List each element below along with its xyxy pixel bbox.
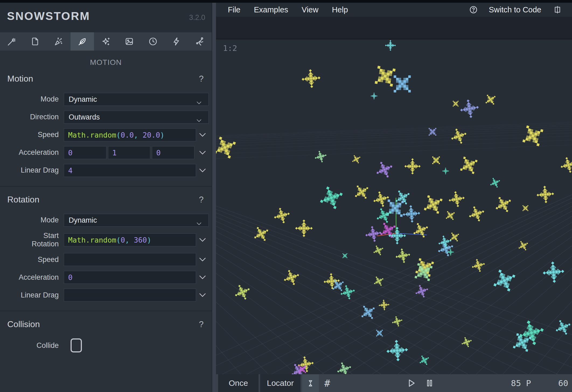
tab-file[interactable]: [23, 32, 47, 51]
row-speed: Speed: [0, 253, 209, 266]
chevron-down-icon[interactable]: [196, 293, 209, 298]
tab-general[interactable]: [0, 32, 23, 51]
row-label: Direction: [0, 113, 64, 121]
start-rotation-input[interactable]: Math.random(0, 360): [64, 233, 196, 246]
sparkles-icon: [101, 37, 111, 46]
fps-counter: 60: [558, 378, 568, 388]
sidebar-resize-divider[interactable]: [212, 3, 216, 392]
wand-icon: [7, 37, 17, 46]
switch-to-code-button[interactable]: Switch to Code: [489, 5, 541, 14]
row-label: Speed: [0, 256, 64, 264]
viewport[interactable]: 1:2: [216, 39, 572, 374]
tab-lifetime[interactable]: [141, 32, 165, 51]
chevron-down-icon[interactable]: [196, 275, 209, 280]
tab-physics[interactable]: [188, 32, 212, 51]
image-icon: [124, 37, 134, 46]
row-collide: Collide: [0, 338, 209, 352]
book-panel-icon[interactable]: [553, 5, 562, 15]
collide-checkbox[interactable]: [71, 338, 82, 352]
acceleration-input-0[interactable]: 0: [64, 146, 106, 159]
tab-appearance[interactable]: [94, 32, 117, 51]
acceleration-input[interactable]: 0: [64, 271, 196, 284]
direction-select[interactable]: Outwards: [64, 111, 209, 124]
row-control: Outwards: [64, 111, 209, 124]
tab-emission[interactable]: [47, 32, 71, 51]
menubar: FileExamplesViewHelp Switch to Code: [216, 3, 572, 17]
section-collision: Collision?Collide: [0, 311, 212, 352]
help-button[interactable]: ?: [199, 320, 204, 329]
pause-icon[interactable]: [425, 378, 434, 388]
row-label: Linear Drag: [0, 166, 64, 174]
row-label: Acceleration: [0, 273, 64, 282]
mode-select[interactable]: Dynamic: [64, 214, 209, 227]
row-control: 010: [64, 146, 209, 159]
row-control: Math.random(0, 360): [64, 233, 209, 246]
locator-button[interactable]: Locator: [260, 374, 301, 392]
row-control: Dynamic: [64, 214, 209, 227]
tab-texture[interactable]: [118, 32, 141, 51]
chevron-down-icon[interactable]: [196, 168, 209, 173]
grid-toggle-icon[interactable]: #: [324, 378, 330, 389]
row-linear-drag: Linear Drag: [0, 289, 209, 302]
app-version: 3.2.0: [189, 13, 205, 22]
chevron-down-icon: [199, 218, 205, 222]
sidebar-toolbar: [0, 32, 212, 51]
particle-count: 85 P: [511, 378, 531, 388]
lightning-icon: [172, 37, 181, 46]
chevron-down-icon[interactable]: [196, 237, 209, 242]
row-label: Acceleration: [0, 148, 64, 157]
sidebar-header: SNOWSTORM 3.2.0: [0, 3, 212, 32]
clock-icon: [148, 37, 158, 46]
row-mode: ModeDynamic: [0, 93, 209, 106]
code-subbar: [216, 17, 572, 39]
loop-mode-button[interactable]: Once: [218, 374, 259, 392]
chevron-down-icon: [199, 115, 205, 119]
section-rotation: Rotation?ModeDynamicStartRotationMath.ra…: [0, 186, 212, 302]
row-control: Math.random(0.0, 20.0): [64, 128, 209, 141]
app-title: SNOWSTORM: [7, 10, 90, 23]
play-icon[interactable]: [406, 378, 416, 388]
row-control: [64, 289, 209, 302]
chevron-down-icon[interactable]: [196, 257, 209, 262]
mode-select[interactable]: Dynamic: [64, 93, 209, 106]
menu-item-file[interactable]: File: [228, 5, 240, 14]
section-title: Rotation: [7, 195, 39, 205]
tab-dynamics[interactable]: [165, 32, 188, 51]
linear-drag-input[interactable]: [64, 289, 196, 302]
help-button[interactable]: ?: [199, 74, 204, 84]
row-label: Speed: [0, 131, 64, 139]
row-control: [64, 253, 209, 266]
row-direction: DirectionOutwards: [0, 111, 209, 124]
row-control: 4: [64, 164, 209, 177]
hourglass-icon[interactable]: [302, 374, 319, 392]
acceleration-input-1[interactable]: 1: [108, 146, 151, 159]
viewport-canvas[interactable]: [216, 39, 572, 374]
acceleration-input-2[interactable]: 0: [152, 146, 194, 159]
row-label: Mode: [0, 216, 64, 224]
help-button[interactable]: ?: [199, 195, 204, 205]
linear-drag-input[interactable]: 4: [64, 164, 196, 177]
tab-motion[interactable]: [71, 32, 94, 51]
chevron-down-icon: [199, 97, 205, 101]
confetti-icon: [54, 37, 64, 46]
row-acceleration: Acceleration010: [0, 146, 209, 159]
playback-bar: Once Locator # 85 P 60: [216, 374, 572, 392]
row-label: StartRotation: [0, 232, 64, 248]
feather-icon: [78, 37, 87, 46]
menu-item-view[interactable]: View: [302, 5, 318, 14]
chevron-down-icon[interactable]: [196, 132, 209, 137]
row-label: Mode: [0, 95, 64, 103]
row-label: Linear Drag: [0, 291, 64, 299]
skater-icon: [195, 37, 205, 46]
viewport-scale-label: 1:2: [223, 44, 237, 53]
speed-input[interactable]: Math.random(0.0, 20.0): [64, 128, 196, 141]
row-mode: ModeDynamic: [0, 214, 209, 227]
section-title: Motion: [7, 74, 33, 84]
row-control: 0: [64, 271, 209, 284]
speed-input[interactable]: [64, 253, 196, 266]
menu-item-help[interactable]: Help: [332, 5, 348, 14]
menu-item-examples[interactable]: Examples: [254, 5, 288, 14]
question-circle-icon[interactable]: [469, 5, 478, 14]
chevron-down-icon[interactable]: [196, 150, 209, 155]
sidebar: SNOWSTORM 3.2.0 MOTION Motion?ModeDynami…: [0, 3, 212, 392]
